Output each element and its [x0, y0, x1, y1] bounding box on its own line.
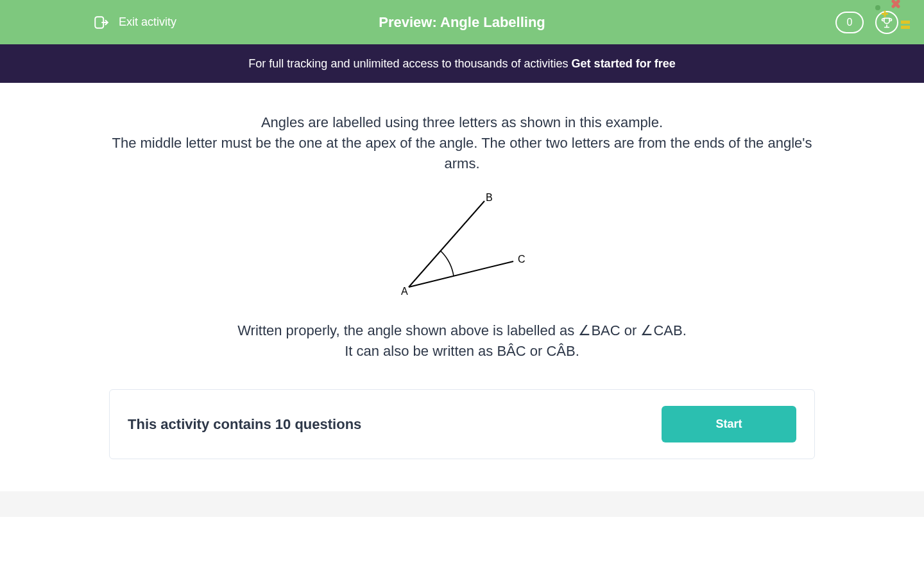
footer-spacer: [0, 491, 924, 517]
exit-icon: [93, 14, 110, 31]
score-badge: 0: [835, 12, 864, 33]
svg-rect-3: [884, 11, 886, 17]
exit-activity-button[interactable]: Exit activity: [93, 14, 176, 31]
explain-line-1: Written properly, the angle shown above …: [109, 320, 815, 341]
header-bar: Exit activity Preview: Angle Labelling 0: [0, 0, 924, 44]
explanation-text: Written properly, the angle shown above …: [109, 320, 815, 362]
question-count-label: This activity contains 10 questions: [128, 416, 361, 433]
main-content: Angles are labelled using three letters …: [109, 83, 815, 459]
page-title: Preview: Angle Labelling: [379, 14, 545, 31]
intro-line-2: The middle letter must be the one at the…: [109, 133, 815, 174]
svg-line-6: [409, 201, 484, 287]
svg-point-1: [875, 5, 880, 10]
promo-banner-cta: Get started for free: [572, 57, 676, 71]
angle-figure: A B C: [109, 192, 815, 301]
intro-line-1: Angles are labelled using three letters …: [109, 112, 815, 133]
promo-banner-text: For full tracking and unlimited access t…: [248, 57, 568, 71]
vertex-b-label: B: [486, 192, 493, 203]
intro-text: Angles are labelled using three letters …: [109, 112, 815, 174]
start-button[interactable]: Start: [662, 406, 796, 442]
promo-banner[interactable]: For full tracking and unlimited access t…: [0, 44, 924, 83]
explain-line-2: It can also be written as BÂC or CÂB.: [109, 341, 815, 362]
svg-rect-5: [901, 26, 910, 29]
svg-line-7: [409, 261, 513, 287]
start-card: This activity contains 10 questions Star…: [109, 389, 815, 459]
exit-activity-label: Exit activity: [119, 15, 176, 29]
decorative-shapes-icon: [873, 0, 918, 35]
vertex-a-label: A: [401, 286, 408, 297]
svg-rect-4: [901, 21, 910, 24]
vertex-c-label: C: [518, 254, 526, 265]
angle-diagram: A B C: [395, 192, 529, 301]
